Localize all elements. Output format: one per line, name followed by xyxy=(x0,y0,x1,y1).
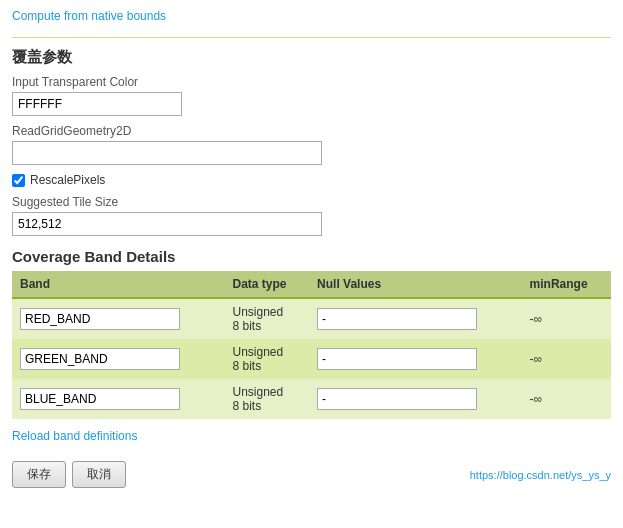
band-name-input[interactable] xyxy=(20,348,180,370)
band-cell xyxy=(12,298,225,339)
band-name-input[interactable] xyxy=(20,388,180,410)
null-values-input[interactable] xyxy=(317,308,477,330)
footer-bar: 保存 取消 https://blog.csdn.net/ys_ys_y xyxy=(12,461,611,488)
footer-url: https://blog.csdn.net/ys_ys_y xyxy=(470,469,611,481)
section-title-cn: 覆盖参数 xyxy=(12,48,611,67)
rescale-pixels-label: RescalePixels xyxy=(30,173,105,187)
band-cell xyxy=(12,379,225,419)
divider xyxy=(12,37,611,38)
min-range-cell: -∞ xyxy=(522,298,611,339)
suggested-tile-field[interactable] xyxy=(12,212,322,236)
table-row: Unsigned 8 bits-∞ xyxy=(12,298,611,339)
input-transparent-color-label: Input Transparent Color xyxy=(12,75,611,89)
data-type-cell: Unsigned 8 bits xyxy=(225,339,310,379)
null-values-cell xyxy=(309,379,522,419)
band-table: Band Data type Null Values minRange Unsi… xyxy=(12,271,611,419)
data-type-cell: Unsigned 8 bits xyxy=(225,379,310,419)
table-row: Unsigned 8 bits-∞ xyxy=(12,339,611,379)
table-row: Unsigned 8 bits-∞ xyxy=(12,379,611,419)
input-transparent-color-field[interactable] xyxy=(12,92,182,116)
read-grid-label: ReadGridGeometry2D xyxy=(12,124,611,138)
data-type-cell: Unsigned 8 bits xyxy=(225,298,310,339)
save-button[interactable]: 保存 xyxy=(12,461,66,488)
null-values-input[interactable] xyxy=(317,348,477,370)
min-range-cell: -∞ xyxy=(522,379,611,419)
col-null-values: Null Values xyxy=(309,271,522,298)
band-name-input[interactable] xyxy=(20,308,180,330)
coverage-band-title: Coverage Band Details xyxy=(12,248,611,265)
col-data-type: Data type xyxy=(225,271,310,298)
min-range-cell: -∞ xyxy=(522,339,611,379)
rescale-pixels-checkbox[interactable] xyxy=(12,174,25,187)
null-values-cell xyxy=(309,298,522,339)
read-grid-field[interactable] xyxy=(12,141,322,165)
col-min-range: minRange xyxy=(522,271,611,298)
reload-band-definitions-link[interactable]: Reload band definitions xyxy=(12,429,137,443)
compute-from-native-bounds-link[interactable]: Compute from native bounds xyxy=(12,9,166,23)
null-values-cell xyxy=(309,339,522,379)
button-group: 保存 取消 xyxy=(12,461,126,488)
col-band: Band xyxy=(12,271,225,298)
cancel-button[interactable]: 取消 xyxy=(72,461,126,488)
rescale-pixels-row: RescalePixels xyxy=(12,173,611,187)
band-cell xyxy=(12,339,225,379)
null-values-input[interactable] xyxy=(317,388,477,410)
suggested-tile-label: Suggested Tile Size xyxy=(12,195,611,209)
